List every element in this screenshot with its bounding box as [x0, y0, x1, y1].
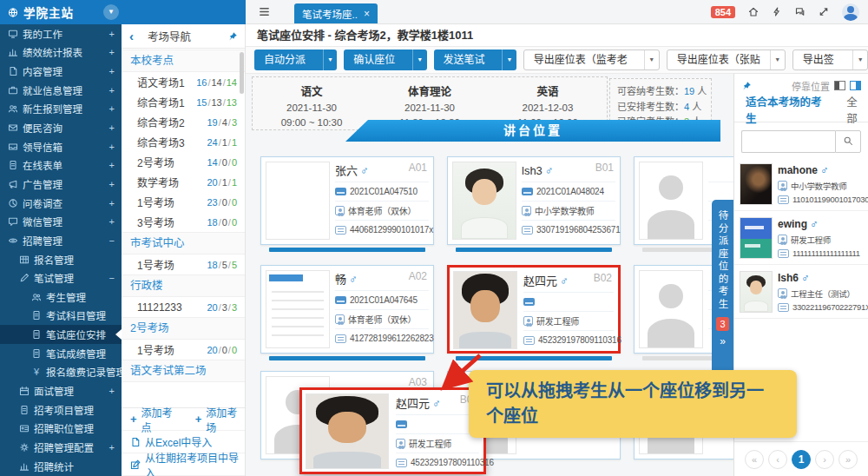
room-item[interactable]: 数学考场20/1/1: [122, 172, 245, 192]
schedule-subject: 语文 2021-11-30 09:00 ~ 10:30: [253, 77, 371, 129]
page-prev-button[interactable]: ‹: [768, 450, 787, 469]
sidebar-item-seat-arrangement[interactable]: 笔试座位安排: [0, 325, 122, 344]
collapse-menu-icon[interactable]: [258, 5, 271, 18]
room-item[interactable]: 综合考场115/13/13: [122, 92, 245, 112]
room-item[interactable]: 2号考场14/0/0: [122, 152, 245, 172]
sidebar-item-exam-score-mgmt[interactable]: 笔试成绩管理: [0, 344, 122, 363]
user-avatar[interactable]: [842, 3, 859, 21]
sidebar-item-content-mgmt[interactable]: 内容管理+: [0, 62, 122, 81]
page-next-button[interactable]: ›: [815, 450, 834, 469]
sidebar-item-interview-mgmt[interactable]: 面试管理+: [0, 381, 122, 400]
sidebar-item-online-forms[interactable]: 在线表单+: [0, 155, 122, 175]
sidebar-item-candidate-mgmt[interactable]: 考生管理: [0, 288, 122, 307]
candidate-item-lsh6[interactable]: lsh6♂ 工程主任（测试） 33022119670222791X: [734, 265, 868, 319]
page-first-button[interactable]: «: [745, 450, 764, 469]
search-button[interactable]: [835, 130, 861, 153]
dock-left-icon[interactable]: [834, 81, 845, 90]
export-post-button[interactable]: 导出座位表（张贴用）▼: [667, 50, 786, 70]
exam-seat-arrangement-app: 学院主站 ▼ 笔试考场座.. × 854 我的工作+ 绩效统计报表+ 内容管理+…: [0, 0, 868, 476]
dock-position-label: 停靠位置: [792, 79, 830, 93]
sidebar-item-public-consult[interactable]: 便民咨询+: [0, 118, 122, 137]
room-item[interactable]: 综合考场324/1/1: [122, 132, 245, 152]
room-item[interactable]: 1号考场18/5/5: [122, 255, 245, 274]
chart-icon: [8, 47, 18, 57]
sidebar-item-ads-mgmt[interactable]: 广告管理+: [0, 175, 122, 194]
sidebar-item-signup-mgmt[interactable]: 报名管理: [0, 250, 122, 269]
tab-all[interactable]: 全部: [846, 93, 868, 126]
sidebar-item-surveys[interactable]: 问卷调查+: [0, 194, 122, 213]
brand-area[interactable]: 学院主站 ▼: [0, 0, 246, 24]
candidate-item-ewing[interactable]: ewing♂ 研发工程师 111111111111111111: [734, 211, 868, 265]
inbox-icon: [8, 142, 18, 152]
sidebar-item-my-work[interactable]: 我的工作+: [0, 24, 122, 43]
room-item[interactable]: 3号考场18/0/0: [122, 212, 245, 232]
dragged-seat-card-b02[interactable]: B02 赵四元♂ 研发工程师 452329197809110316: [299, 387, 486, 474]
sidebar-item-leader-mailbox[interactable]: 领导信箱+: [0, 137, 122, 156]
room-item[interactable]: 1112123320/3/3: [122, 297, 245, 317]
seat-card-b02-highlighted[interactable]: B02 赵四元♂ 研发工程师 452329197809110316: [447, 265, 621, 360]
bolt-icon[interactable]: [772, 5, 782, 18]
exam-card-icon: [335, 188, 346, 195]
add-exam-point-link[interactable]: 添加考点: [141, 405, 181, 434]
sidebar-item-wechat-mgmt[interactable]: 微信管理+: [0, 212, 122, 231]
search-input[interactable]: [741, 130, 835, 153]
sidebar-item-performance-reports[interactable]: 绩效统计报表+: [0, 43, 122, 63]
sidebar-item-written-exam-mgmt[interactable]: 笔试管理−: [0, 268, 122, 288]
podium-banner: 讲台位置: [345, 120, 720, 142]
open-tab[interactable]: 笔试考场座.. ×: [294, 3, 378, 23]
room-item[interactable]: 1号考场20/0/0: [122, 340, 245, 360]
toolbar: 自动分派考生▼ 确认座位安排▼ 发送笔试通知▼ 导出座位表（监考老师用）▼ 导出…: [246, 47, 868, 74]
candidate-name: 畅: [335, 273, 346, 286]
sidebar-item-payment-records[interactable]: ¥报名缴费记录管理: [0, 363, 122, 382]
page-last-button[interactable]: »: [838, 450, 858, 469]
candidate-photo: [740, 217, 773, 259]
sidebar-item-freshman-registration[interactable]: 新生报到管理+: [0, 100, 122, 119]
megaphone-icon: [8, 179, 18, 189]
chart-icon: [19, 461, 30, 472]
candidate-photo: [266, 162, 330, 240]
sidebar-item-recruit-stats[interactable]: 招聘统计: [0, 457, 122, 476]
page-current[interactable]: 1: [792, 450, 811, 469]
room-item[interactable]: 语文考场116/14/14: [122, 72, 245, 92]
sidebar-item-exam-subject-mgmt[interactable]: 考试科目管理: [0, 307, 122, 326]
room-item[interactable]: 1号考场23/0/0: [122, 192, 245, 212]
room-section-header: 市考试中心: [122, 232, 245, 255]
scrollbar-thumb[interactable]: [240, 52, 244, 94]
table-icon: [19, 255, 30, 265]
collapse-panel-icon[interactable]: ‹: [129, 29, 134, 43]
pending-count-badge: 3: [716, 317, 729, 331]
notification-badge[interactable]: 854: [711, 6, 735, 18]
sidebar-item-recruit-config[interactable]: 招聘管理配置+: [0, 438, 122, 457]
add-exam-room-link[interactable]: 添加考场: [206, 405, 245, 434]
auto-assign-button[interactable]: 自动分派考生▼: [254, 50, 337, 70]
empty-photo-silhouette: [639, 162, 703, 240]
seat-card-b01[interactable]: B01 lsh3♂ 2021C01A048024 中小学数学教师 3307191…: [447, 156, 621, 252]
pin-icon[interactable]: [741, 81, 752, 91]
home-icon[interactable]: [748, 5, 759, 18]
sidebar-item-recruitment-mgmt[interactable]: 招聘管理−: [0, 231, 122, 250]
candidate-item-mahone[interactable]: mahone♂ 中小学数学教师 110101199001017030: [734, 157, 868, 211]
dock-right-icon[interactable]: [850, 81, 861, 90]
confirm-seats-button[interactable]: 确认座位安排▼: [344, 50, 426, 70]
import-history-row[interactable]: 从往期招考项目中导入: [122, 453, 245, 476]
tab-fit-this-room[interactable]: 适合本考场的考生: [746, 93, 832, 126]
fullscreen-icon[interactable]: [819, 5, 829, 18]
plus-icon: +: [195, 413, 202, 426]
brand-collapse-button[interactable]: ▼: [103, 4, 119, 20]
room-item[interactable]: 综合考场219/4/3: [122, 112, 245, 132]
seat-card-a02[interactable]: A02 畅♂ 2021C01A047645 体育老师（双休） 412728199…: [260, 265, 434, 360]
messages-icon[interactable]: [795, 5, 806, 18]
sidebar-item-recruit-project-mgmt[interactable]: 招考项目管理: [0, 400, 122, 420]
sidebar-item-recruit-position-mgmt[interactable]: 招聘职位管理: [0, 419, 122, 438]
idcard-icon: [522, 226, 533, 235]
seat-card-a01[interactable]: A01 张六♂ 2021C01A047510 体育老师（双休） 44068129…: [260, 156, 434, 252]
export-invigilator-button[interactable]: 导出座位表（监考老师用）▼: [523, 50, 660, 70]
document-icon: [8, 160, 18, 170]
pending-candidates-tab[interactable]: 待分派座位的考生 3 »: [712, 200, 733, 377]
close-tab-icon[interactable]: ×: [364, 8, 370, 20]
brand-title: 学院主站: [23, 3, 74, 21]
send-notice-button[interactable]: 发送笔试通知▼: [434, 50, 516, 70]
export-signin-button[interactable]: 导出签到表▼: [792, 50, 868, 70]
sidebar-item-employment-info[interactable]: 就业信息管理+: [0, 81, 122, 100]
pin-icon[interactable]: [227, 31, 238, 42]
